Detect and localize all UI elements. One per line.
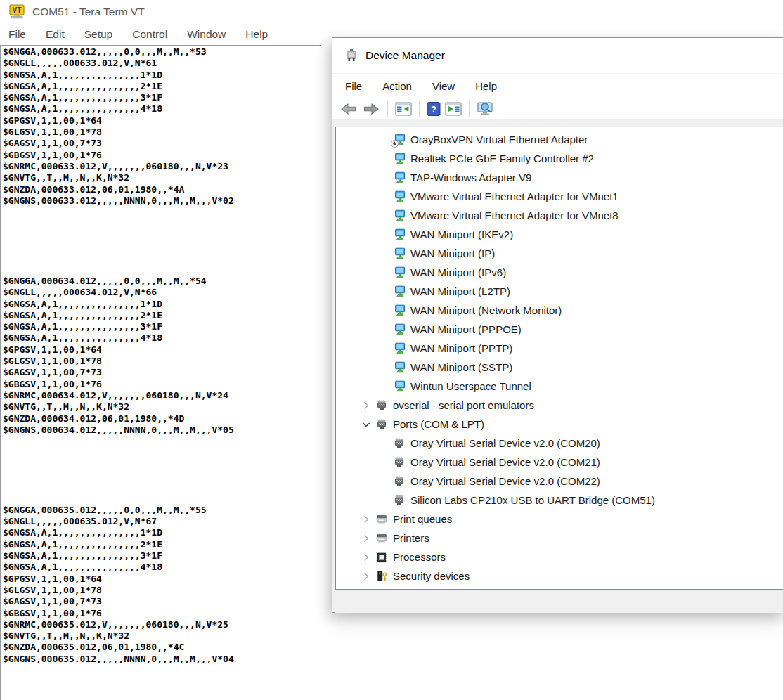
chevron-right-icon[interactable] <box>357 529 375 547</box>
serial-port-icon <box>393 475 406 488</box>
device-manager-window: Device Manager FileActionViewHelp ? Oray… <box>332 37 783 613</box>
tree-item[interactable]: WAN Miniport (L2TP) <box>336 282 783 301</box>
terminal-line: $GNGLL,,,,,000633.012,V,N*61 <box>3 58 321 69</box>
tree-item-label: WAN Miniport (IPv6) <box>410 266 506 278</box>
devmgr-menu-file[interactable]: File <box>345 80 362 92</box>
device-manager-icon <box>344 48 358 63</box>
tree-item[interactable]: TAP-Windows Adapter V9 <box>336 168 783 187</box>
teraterm-menu-edit[interactable]: Edit <box>46 28 65 41</box>
device-manager-title: Device Manager <box>365 49 445 62</box>
terminal-line: $GNVTG,,T,,M,,N,,K,N*32 <box>3 630 321 642</box>
devmgr-menu-view[interactable]: View <box>432 80 455 92</box>
tree-item[interactable]: Oray Virtual Serial Device v2.0 (COM22) <box>336 472 783 491</box>
teraterm-menu-window[interactable]: Window <box>187 28 226 41</box>
chevron-spacer <box>375 168 393 187</box>
chevron-spacer <box>375 301 393 320</box>
chevron-right-icon[interactable] <box>357 547 375 566</box>
tree-item[interactable]: VMware Virtual Ethernet Adapter for VMne… <box>336 206 783 225</box>
chevron-spacer <box>375 320 393 339</box>
tree-item-label: Oray Virtual Serial Device v2.0 (COM22) <box>410 475 600 487</box>
network-adapter-icon <box>393 171 406 184</box>
tree-item[interactable]: Wintun Userspace Tunnel <box>336 377 783 396</box>
terminal-line: $GNZDA,000633.012,06,01,1980,,*4A <box>3 184 321 195</box>
toolbar-separator <box>387 101 388 117</box>
terminal-line: $GNVTG,,T,,M,,N,,K,N*32 <box>3 401 321 413</box>
terminal-line: $GNRMC,000635.012,V,,,,,,,060180,,,N,V*2… <box>3 619 321 630</box>
forward-arrow-icon[interactable] <box>362 101 380 117</box>
serial-port-icon <box>375 399 388 412</box>
tree-item[interactable]: WAN Miniport (IKEv2) <box>336 225 783 244</box>
svg-text:?: ? <box>431 104 436 115</box>
terminal-blank-line <box>3 447 321 458</box>
teraterm-menu-file[interactable]: File <box>8 28 26 41</box>
tree-item-label: Processors <box>393 551 446 563</box>
terminal-line: $GNGLL,,,,,000635.012,V,N*67 <box>3 516 321 527</box>
terminal-blank-line <box>3 436 321 447</box>
back-arrow-icon[interactable] <box>339 101 358 117</box>
tree-item-label: VMware Virtual Ethernet Adapter for VMne… <box>410 190 619 202</box>
terminal-line: $GNGSA,A,1,,,,,,,,,,,,,,,1*1D <box>3 299 321 310</box>
chevron-spacer <box>375 187 393 206</box>
terminal-line: $GBGSV,1,1,00,1*76 <box>3 379 321 390</box>
chevron-right-icon[interactable] <box>357 396 375 415</box>
network-adapter-icon <box>393 134 406 146</box>
tree-item-label: Ports (COM & LPT) <box>393 418 484 430</box>
teraterm-menu-control[interactable]: Control <box>132 28 167 41</box>
properties-icon[interactable] <box>445 102 462 116</box>
scan-for-hardware-changes-icon[interactable] <box>477 101 495 117</box>
terminal-output[interactable]: $GNGGA,000633.012,,,,,0,0,,,M,,M,,*53$GN… <box>0 45 321 700</box>
security-icon <box>375 570 388 583</box>
device-manager-titlebar[interactable]: Device Manager <box>332 38 783 73</box>
tree-item-label: WAN Miniport (Network Monitor) <box>410 304 562 316</box>
chevron-right-icon[interactable] <box>357 566 375 585</box>
devmgr-menu-help[interactable]: Help <box>475 80 497 92</box>
terminal-line: $GPGSV,1,1,00,1*64 <box>3 573 321 585</box>
show-console-tree-icon[interactable] <box>395 102 412 116</box>
tree-item[interactable]: OrayBoxVPN Virtual Ethernet Adapter <box>336 130 783 149</box>
tree-item-label: Realtek PCIe GbE Family Controller #2 <box>410 153 594 164</box>
devmgr-menu-action[interactable]: Action <box>382 80 412 92</box>
tree-item-label: Printers <box>393 532 429 544</box>
tree-item[interactable]: Print queues <box>336 510 783 529</box>
terminal-line: $GNGGA,000635.012,,,,,0,0,,,M,,M,,*55 <box>3 505 321 516</box>
chevron-spacer <box>375 263 393 282</box>
chevron-right-icon[interactable] <box>357 510 375 529</box>
teraterm-menubar: FileEditSetupControlWindowHelp <box>0 24 321 45</box>
tree-item[interactable]: WAN Miniport (SSTP) <box>336 358 783 377</box>
tree-item[interactable]: ovserial - serial port emulators <box>336 396 783 415</box>
tree-item[interactable]: WAN Miniport (PPTP) <box>336 339 783 358</box>
help-icon[interactable]: ? <box>427 102 441 116</box>
tree-item[interactable]: Realtek PCIe GbE Family Controller #2 <box>336 149 783 168</box>
network-adapter-icon <box>393 304 406 317</box>
tree-item[interactable]: Silicon Labs CP210x USB to UART Bridge (… <box>336 491 783 510</box>
chevron-down-icon[interactable] <box>357 415 375 434</box>
terminal-blank-line <box>3 470 321 481</box>
terminal-line: $GAGSV,1,1,00,7*73 <box>3 596 321 607</box>
network-adapter-icon <box>393 380 406 393</box>
teraterm-titlebar[interactable]: VT COM51 - Tera Term VT <box>0 0 321 24</box>
tree-item[interactable]: Oray Virtual Serial Device v2.0 (COM20) <box>336 434 783 453</box>
tree-item[interactable]: Ports (COM & LPT) <box>336 415 783 434</box>
terminal-blank-line <box>3 218 321 229</box>
teraterm-menu-help[interactable]: Help <box>245 28 268 41</box>
tree-item[interactable]: WAN Miniport (PPPOE) <box>336 320 783 339</box>
chevron-spacer <box>375 244 393 263</box>
terminal-blank-line <box>3 459 321 470</box>
tree-item[interactable]: Printers <box>336 529 783 547</box>
tree-item[interactable]: Processors <box>336 547 783 566</box>
tree-item[interactable]: WAN Miniport (IPv6) <box>336 263 783 282</box>
terminal-line: $GNGSA,A,1,,,,,,,,,,,,,,,2*1E <box>3 81 321 92</box>
tree-item[interactable]: WAN Miniport (IP) <box>336 244 783 263</box>
terminal-line: $GLGSV,1,1,00,1*78 <box>3 585 321 596</box>
teraterm-vt-icon: VT <box>8 4 25 20</box>
tree-item[interactable]: VMware Virtual Ethernet Adapter for VMne… <box>336 187 783 206</box>
terminal-line: $GNGSA,A,1,,,,,,,,,,,,,,,4*18 <box>3 103 321 115</box>
tree-item[interactable]: Oray Virtual Serial Device v2.0 (COM21) <box>336 453 783 472</box>
chevron-spacer <box>375 339 393 358</box>
tree-item[interactable]: Security devices <box>336 566 783 585</box>
terminal-line: $GLGSV,1,1,00,1*78 <box>3 356 321 367</box>
terminal-line: $GNRMC,000634.012,V,,,,,,,060180,,,N,V*2… <box>3 390 321 401</box>
teraterm-menu-setup[interactable]: Setup <box>84 28 113 41</box>
tree-item[interactable]: WAN Miniport (Network Monitor) <box>336 301 783 320</box>
terminal-line: $GNGSA,A,1,,,,,,,,,,,,,,,1*1D <box>3 70 321 81</box>
